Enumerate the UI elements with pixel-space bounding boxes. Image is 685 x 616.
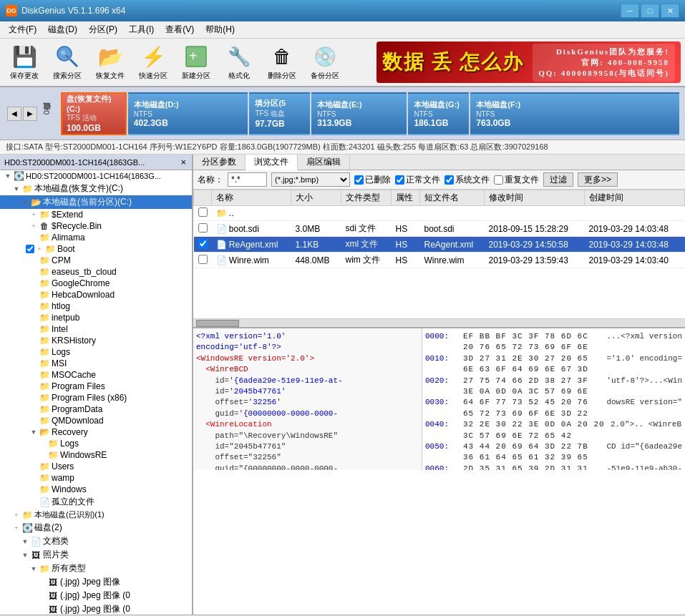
tab-browse-files[interactable]: 浏览文件 [246, 155, 298, 170]
filter-system-check[interactable]: 系统文件 [444, 174, 490, 186]
menu-help[interactable]: 帮助(H) [200, 22, 241, 37]
menu-file[interactable]: 文件(F) [3, 22, 42, 37]
tree-node-windowsre[interactable]: 📁 WindowsRE [0, 449, 192, 461]
tree-node-logs[interactable]: 📁 Logs [0, 346, 192, 358]
filter-bar: 名称： (*.jpg;*.bmp) 已删除 正常文件 系统文件 重复文件 过滤 … [193, 170, 685, 190]
partition-d[interactable]: 本地磁盘(D:) NTFS 402.3GB [128, 92, 248, 135]
tree-node-msi[interactable]: 📁 MSI [0, 358, 192, 369]
tree-node-alltype[interactable]: ▼ 📁 所有类型 [0, 562, 192, 575]
col-size[interactable]: 大小 [291, 190, 341, 206]
filter-normal-check[interactable]: 正常文件 [395, 174, 440, 186]
hex-dump: 0000:EF BB BF 3C 3F 78 6D 6C 20 76 65 72… [422, 328, 685, 470]
filter-name-input[interactable] [228, 172, 267, 187]
nav-left[interactable]: ◀ [7, 107, 21, 121]
maximize-button[interactable]: □ [641, 4, 659, 18]
file-row-winre[interactable]: 📄 Winre.wim 448.0MB wim 文件 HS Winre.wim … [194, 253, 685, 268]
tree-node-recycle[interactable]: + 🗑 $Recycle.Bin [0, 220, 192, 232]
col-check[interactable] [194, 190, 212, 206]
app-title: DiskGenius V5.1.1.696 x64 [21, 6, 125, 16]
tree-node-boot[interactable]: + 📁 Boot [0, 243, 192, 255]
more-button[interactable]: 更多>> [578, 172, 618, 187]
tree-node-hd0[interactable]: ▼ 💽 HD0:ST2000DM001-1CH164(1863G... [0, 170, 192, 182]
left-panel: HD0:ST2000DM001-1CH164(1863GB... × ▼ 💽 H… [0, 155, 193, 615]
col-name[interactable]: 名称 [212, 190, 291, 206]
col-attr[interactable]: 属性 [392, 190, 420, 206]
menu-view[interactable]: 查看(V) [160, 22, 200, 37]
backup-partition-button[interactable]: 💿 备份分区 [305, 41, 345, 83]
list-scrollbar[interactable] [193, 318, 685, 327]
search-partition-button[interactable]: 🔍 搜索分区 [47, 41, 87, 83]
tree-node-progfiles86[interactable]: 📁 Program Files (x86) [0, 392, 192, 404]
tree-node-easeus[interactable]: 📁 easeus_tb_cloud [0, 266, 192, 278]
tree-node-inetpub[interactable]: 📁 inetpub [0, 312, 192, 323]
col-short[interactable]: 短文件名 [420, 190, 485, 206]
new-partition-button[interactable]: + 新建分区 [176, 41, 216, 83]
tree-node-jpg2[interactable]: 🖼 (.jpg) Jpeg 图像 (0 [0, 589, 192, 602]
tree-node-chrome[interactable]: 📁 GoogleChrome [0, 278, 192, 289]
tree-node-logs2[interactable]: 📁 Logs [0, 438, 192, 449]
tree-node-wamp[interactable]: 📁 wamp [0, 472, 192, 484]
filter-ext-select[interactable]: (*.jpg;*.bmp) [271, 172, 350, 187]
tree-close-btn[interactable]: × [179, 157, 188, 167]
menu-disk[interactable]: 磁盘(D) [42, 22, 83, 37]
tab-partition-params[interactable]: 分区参数 [193, 155, 246, 170]
filter-name-label: 名称： [198, 174, 223, 186]
tree-node-alimama[interactable]: 📁 Alimama [0, 232, 192, 243]
tree-node-doctype[interactable]: ▼ 📄 文档类 [0, 534, 192, 548]
minimize-button[interactable]: ─ [621, 4, 639, 18]
file-row-parent[interactable]: 📁 .. [194, 206, 685, 221]
partition-g[interactable]: 本地磁盘(G:) NTFS 186.1GB [408, 92, 469, 135]
format-button[interactable]: 🔧 格式化 [219, 41, 259, 83]
tree-node-lonely[interactable]: 📄 孤立的文件 [0, 495, 192, 509]
file-row-reagent[interactable]: 📄 ReAgent.xml 1.1KB xml 文件 HS ReAgent.xm… [194, 237, 685, 253]
col-created[interactable]: 创建时间 [585, 190, 685, 206]
left-panel-header: HD0:ST2000DM001-1CH164(1863GB... × [0, 155, 192, 170]
quick-partition-button[interactable]: ⚡ 快速分区 [133, 41, 173, 83]
nav-right[interactable]: ▶ [23, 107, 37, 121]
svg-text:🔍: 🔍 [60, 49, 69, 59]
nav-arrows: ◀ ▶ [6, 105, 39, 122]
tree-node-progdata[interactable]: 📁 ProgramData [0, 404, 192, 415]
tree-node-htlog[interactable]: 📁 htlog [0, 300, 192, 312]
partition-e[interactable]: 本地磁盘(E:) NTFS 313.9GB [311, 92, 407, 135]
partition-c[interactable]: 盘(恢复文件)(C:) TFS 活动 100.0GB [61, 92, 127, 135]
partition-5[interactable]: 填分区(5 TFS 临盘 97.7GB [249, 92, 310, 135]
filter-deleted-check[interactable]: 已删除 [354, 174, 391, 186]
tree-node-msocache[interactable]: 📁 MSOCache [0, 369, 192, 381]
delete-partition-button[interactable]: 🗑 删除分区 [262, 41, 302, 83]
file-row-bootsdi[interactable]: 📄 boot.sdi 3.0MB sdi 文件 HS boot.sdi 2018… [194, 221, 685, 237]
tree-node-krs[interactable]: 📁 KRSHistory [0, 335, 192, 346]
tree-node-users[interactable]: 📁 Users [0, 461, 192, 472]
tree-node-c-current[interactable]: ▼ 📂 本地磁盘(当前分区)(C:) [0, 195, 192, 209]
right-panel: 分区参数 浏览文件 扇区编辑 名称： (*.jpg;*.bmp) 已删除 正常文… [193, 155, 685, 615]
tree-node-intel[interactable]: 📁 Intel [0, 323, 192, 335]
tree-node-jpg1[interactable]: 🖼 (.jpg) Jpeg 图像 [0, 575, 192, 589]
tree-node-progfiles[interactable]: 📁 Program Files [0, 381, 192, 392]
partition-f[interactable]: 本地磁盘(F:) NTFS 763.0GB [470, 92, 679, 135]
filter-dup-check[interactable]: 重复文件 [494, 174, 539, 186]
tree-node-recovery[interactable]: ▼ 📂 Recovery [0, 426, 192, 438]
tree-node-imgtype[interactable]: ▼ 🖼 照片类 [0, 548, 192, 562]
menu-tools[interactable]: 工具(I) [123, 22, 160, 37]
tree-node-qmdown[interactable]: 📁 QMDownload [0, 415, 192, 426]
close-button[interactable]: ✕ [661, 4, 679, 18]
tree-node-windows[interactable]: 📁 Windows [0, 484, 192, 495]
filter-button[interactable]: 过滤 [543, 172, 573, 187]
title-bar: DG DiskGenius V5.1.1.696 x64 ─ □ ✕ [0, 0, 685, 21]
tree-node-disk2[interactable]: + 💽 磁盘(2) [0, 521, 192, 534]
hex-panel: <?xml version='1.0'encoding='utf-8'?> <W… [193, 327, 685, 470]
tree-node-d-recognized[interactable]: + 📁 本地磁盘(已识别)(1) [0, 509, 192, 521]
save-button[interactable]: 💾 保存更改 [4, 41, 44, 83]
tab-bar: 分区参数 浏览文件 扇区编辑 [193, 155, 685, 170]
tab-sector-edit[interactable]: 扇区编辑 [298, 155, 350, 170]
tree-node-c[interactable]: ▼ 📁 本地磁盘(恢复文件)(C:) [0, 182, 192, 195]
col-modified[interactable]: 修改时间 [485, 190, 585, 206]
tree-node-jpg3[interactable]: 🖼 (.jpg) Jpeg 图像 (0 [0, 602, 192, 615]
col-type[interactable]: 文件类型 [341, 190, 392, 206]
toolbar: 💾 保存更改 🔍 搜索分区 📂 恢复文件 ⚡ 快速分区 + 新建分区 🔧 格式化… [0, 39, 685, 87]
tree-node-cpm[interactable]: 📁 CPM [0, 255, 192, 266]
tree-node-hebcal[interactable]: 📁 HebcaDownload [0, 289, 192, 300]
menu-partition[interactable]: 分区(P) [83, 22, 123, 37]
tree-node-extend[interactable]: + 📁 $Extend [0, 209, 192, 220]
recover-files-button[interactable]: 📂 恢复文件 [90, 41, 130, 83]
